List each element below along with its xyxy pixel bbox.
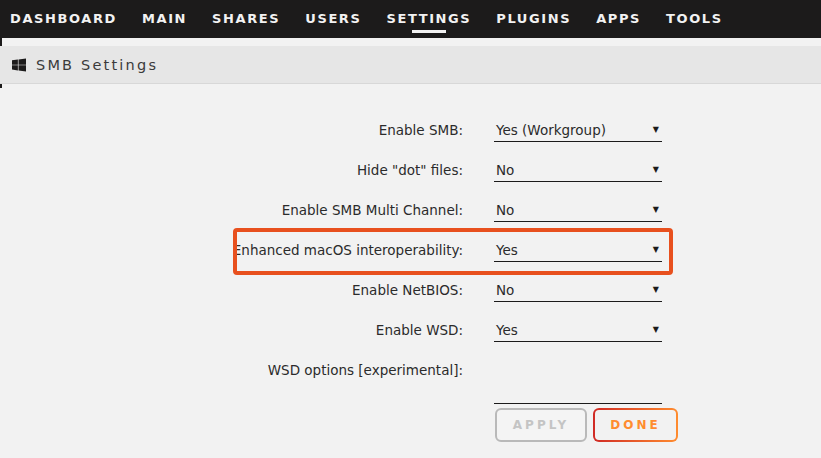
chevron-down-icon (653, 286, 659, 294)
field-label: Enable WSD: (0, 320, 463, 340)
select-value: Yes (496, 242, 518, 258)
page-header: SMB Settings (0, 46, 821, 84)
form-row-enable-smb: Enable SMB: Yes (Workgroup) (0, 120, 821, 160)
done-button[interactable]: DONE (593, 408, 678, 442)
form-row-hide-dot-files: Hide "dot" files: No (0, 160, 821, 200)
nav-item-label: SETTINGS (386, 11, 471, 26)
nav-item-label: DASHBOARD (10, 11, 117, 26)
apply-button[interactable]: APPLY (495, 408, 587, 442)
enable-wsd-select[interactable]: Yes (494, 320, 662, 342)
main-nav: DASHBOARD MAIN SHARES USERS SETTINGS PLU… (0, 0, 821, 38)
nav-item-dashboard[interactable]: DASHBOARD (10, 0, 117, 38)
enable-smb-select[interactable]: Yes (Workgroup) (494, 120, 662, 142)
hide-dot-files-select[interactable]: No (494, 160, 662, 182)
nav-item-main[interactable]: MAIN (142, 0, 187, 38)
macos-interoperability-select[interactable]: Yes (494, 240, 662, 262)
form-row-enable-netbios: Enable NetBIOS: No (0, 280, 821, 320)
field-label: Hide "dot" files: (0, 160, 463, 180)
wsd-options-input[interactable] (494, 380, 662, 404)
field-label: Enhanced macOS interoperability: (0, 240, 463, 260)
select-value: Yes (Workgroup) (496, 122, 606, 138)
nav-item-label: MAIN (142, 11, 187, 26)
enable-netbios-select[interactable]: No (494, 280, 662, 302)
nav-item-label: USERS (305, 11, 361, 26)
form-row-macos-interoperability: Enhanced macOS interoperability: Yes (0, 240, 821, 280)
field-label: Enable NetBIOS: (0, 280, 463, 300)
smb-multi-channel-select[interactable]: No (494, 200, 662, 222)
nav-item-label: TOOLS (666, 11, 723, 26)
field-label: Enable SMB: (0, 120, 463, 140)
field-label: WSD options [experimental]: (0, 360, 463, 380)
chevron-down-icon (653, 126, 659, 134)
chevron-down-icon (653, 246, 659, 254)
nav-item-label: APPS (596, 11, 641, 26)
form-row-enable-wsd: Enable WSD: Yes (0, 320, 821, 360)
nav-item-settings[interactable]: SETTINGS (386, 0, 471, 38)
chevron-down-icon (653, 326, 659, 334)
form-row-wsd-options: WSD options [experimental]: (0, 360, 821, 404)
nav-item-apps[interactable]: APPS (596, 0, 641, 38)
smb-settings-page: DASHBOARD MAIN SHARES USERS SETTINGS PLU… (0, 0, 821, 458)
field-label: Enable SMB Multi Channel: (0, 200, 463, 220)
nav-item-label: PLUGINS (496, 11, 571, 26)
select-value: No (496, 282, 514, 298)
form-actions: APPLY DONE (495, 408, 678, 442)
nav-item-label: SHARES (212, 11, 280, 26)
select-value: No (496, 162, 514, 178)
nav-item-plugins[interactable]: PLUGINS (496, 0, 571, 38)
nav-item-users[interactable]: USERS (305, 0, 361, 38)
nav-item-shares[interactable]: SHARES (212, 0, 280, 38)
settings-form: Enable SMB: Yes (Workgroup) Hide "dot" f… (0, 84, 821, 404)
active-tab-underline (412, 30, 446, 33)
page-title: SMB Settings (36, 57, 158, 73)
select-value: Yes (496, 322, 518, 338)
windows-icon (12, 58, 26, 72)
form-row-smb-multi-channel: Enable SMB Multi Channel: No (0, 200, 821, 240)
chevron-down-icon (653, 166, 659, 174)
select-value: No (496, 202, 514, 218)
nav-item-tools[interactable]: TOOLS (666, 0, 723, 38)
chevron-down-icon (653, 206, 659, 214)
